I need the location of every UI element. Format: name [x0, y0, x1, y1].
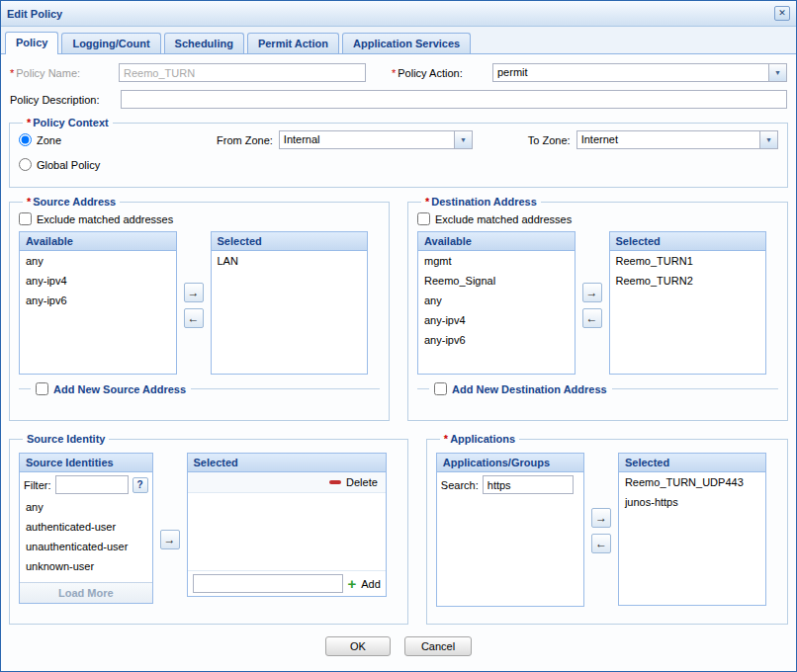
move-right-button[interactable]: → — [582, 283, 602, 302]
destination-address-legend: *Destination Address — [421, 196, 541, 208]
list-item[interactable]: Reemo_TURN2 — [610, 271, 766, 291]
applications-legend: *Applications — [440, 433, 519, 445]
help-icon[interactable]: ? — [133, 477, 148, 493]
from-zone-select[interactable]: Internal ▼ — [279, 130, 473, 149]
ok-button[interactable]: OK — [325, 636, 391, 656]
tab-application-services[interactable]: Application Services — [342, 33, 471, 53]
dialog-titlebar: Edit Policy ✕ — [1, 1, 796, 27]
list-item[interactable]: any — [418, 291, 575, 310]
list-item[interactable]: any — [20, 497, 152, 517]
source-address-fieldset: *Source Address Exclude matched addresse… — [9, 196, 390, 421]
policy-description-label: Policy Description: — [10, 94, 121, 106]
exclude-destination-label: Exclude matched addresses — [435, 213, 572, 225]
policy-name-label: *Policy Name: — [10, 67, 119, 79]
add-icon[interactable]: + — [348, 577, 357, 590]
policy-context-legend: *Policy Context — [23, 117, 113, 128]
policy-action-value: permit — [493, 64, 768, 81]
list-item[interactable]: Reemo_Signal — [418, 271, 575, 291]
divider — [612, 388, 778, 389]
add-new-source-checkbox[interactable] — [36, 382, 48, 395]
exclude-destination-checkbox-input[interactable] — [417, 212, 430, 225]
list-item[interactable]: junos-https — [619, 492, 765, 512]
tab-permit-action[interactable]: Permit Action — [247, 33, 339, 53]
exclude-destination-checkbox[interactable]: Exclude matched addresses — [417, 212, 778, 225]
load-more-button[interactable]: Load More — [20, 582, 152, 603]
list-item[interactable]: unauthenticated-user — [20, 537, 152, 556]
source-available-header: Available — [20, 232, 176, 251]
destination-address-fieldset: *Destination Address Exclude matched add… — [407, 196, 788, 421]
zone-radio-input[interactable] — [19, 133, 32, 146]
exclude-source-checkbox-input[interactable] — [19, 212, 32, 225]
destination-selected-list: Reemo_TURN1Reemo_TURN2 — [610, 251, 766, 374]
global-policy-radio-label: Global Policy — [37, 159, 100, 171]
chevron-down-icon[interactable]: ▼ — [759, 131, 777, 148]
add-new-destination-label: Add New Destination Address — [452, 383, 607, 395]
applications-groups-list — [437, 497, 583, 606]
policy-action-label: *Policy Action: — [392, 67, 492, 79]
search-input[interactable] — [483, 475, 574, 494]
list-item[interactable]: any-ipv4 — [418, 310, 575, 330]
applications-selected-header: Selected — [619, 454, 765, 472]
zone-radio[interactable]: Zone — [19, 133, 217, 146]
add-new-destination-checkbox[interactable] — [434, 382, 447, 395]
applications-selected-panel: Selected Reemo_TURN_UDP443junos-https — [618, 453, 766, 606]
exclude-source-checkbox[interactable]: Exclude matched addresses — [19, 212, 380, 225]
move-left-button[interactable]: ← — [184, 308, 204, 328]
list-item[interactable]: Reemo_TURN_UDP443 — [619, 472, 765, 492]
move-right-button[interactable]: → — [591, 508, 611, 528]
divider — [417, 388, 429, 389]
applications-selected-list: Reemo_TURN_UDP443junos-https — [619, 472, 765, 605]
list-item[interactable]: Reemo_TURN1 — [610, 251, 766, 271]
identity-selected-header: Selected — [188, 454, 386, 472]
source-identities-panel: Source Identities Filter: ? anyauthentic… — [19, 453, 153, 604]
source-selected-panel: Selected LAN — [211, 231, 369, 375]
chevron-down-icon[interactable]: ▼ — [768, 64, 786, 81]
move-left-button[interactable]: ← — [591, 534, 611, 553]
to-zone-select[interactable]: Internet ▼ — [576, 130, 778, 149]
list-item[interactable]: LAN — [212, 251, 368, 271]
list-item[interactable]: any-ipv6 — [20, 291, 176, 310]
policy-description-input[interactable] — [121, 90, 787, 109]
move-right-button[interactable]: → — [160, 530, 180, 549]
tab-logging-count[interactable]: Logging/Count — [61, 33, 160, 53]
dialog-title: Edit Policy — [7, 8, 774, 20]
to-zone-value: Internet — [577, 131, 759, 148]
source-identity-legend: Source Identity — [23, 433, 109, 445]
zone-radio-label: Zone — [37, 134, 61, 146]
global-policy-radio-input[interactable] — [19, 158, 32, 171]
tab-policy[interactable]: Policy — [5, 32, 58, 54]
move-left-button[interactable]: ← — [582, 308, 602, 328]
list-item[interactable]: mgmt — [418, 251, 575, 271]
list-item[interactable]: any-ipv6 — [418, 330, 575, 350]
destination-selected-panel: Selected Reemo_TURN1Reemo_TURN2 — [609, 231, 767, 375]
chevron-down-icon[interactable]: ▼ — [454, 131, 472, 148]
add-label[interactable]: Add — [361, 578, 381, 590]
tab-scheduling[interactable]: Scheduling — [164, 33, 244, 53]
move-right-button[interactable]: → — [184, 283, 204, 302]
applications-groups-header: Applications/Groups — [437, 454, 583, 472]
source-identity-fieldset: Source Identity Source Identities Filter… — [9, 433, 408, 625]
filter-input[interactable] — [55, 475, 129, 494]
destination-available-list: mgmtReemo_Signalanyany-ipv4any-ipv6 — [418, 251, 575, 374]
dialog-footer: OK Cancel — [1, 636, 796, 656]
delete-button[interactable]: Delete — [188, 472, 386, 493]
destination-available-panel: Available mgmtReemo_Signalanyany-ipv4any… — [417, 231, 576, 375]
cancel-button[interactable]: Cancel — [404, 636, 472, 656]
policy-name-input[interactable] — [119, 63, 366, 82]
filter-label: Filter: — [24, 479, 51, 491]
source-selected-header: Selected — [212, 232, 368, 251]
global-policy-radio[interactable]: Global Policy — [19, 158, 100, 171]
edit-policy-dialog: Edit Policy ✕ Policy Logging/Count Sched… — [0, 0, 797, 672]
policy-action-select[interactable]: permit ▼ — [492, 63, 787, 82]
new-identity-input[interactable] — [193, 574, 343, 593]
list-item[interactable]: unknown-user — [20, 556, 152, 576]
list-item[interactable]: any-ipv4 — [20, 271, 176, 291]
source-address-legend: *Source Address — [23, 196, 120, 208]
source-available-panel: Available anyany-ipv4any-ipv6 — [19, 231, 177, 375]
exclude-source-label: Exclude matched addresses — [37, 213, 173, 225]
close-icon[interactable]: ✕ — [774, 6, 790, 21]
list-item[interactable]: any — [20, 251, 176, 271]
policy-context-fieldset: *Policy Context Zone From Zone: Internal… — [9, 117, 788, 188]
search-label: Search: — [441, 479, 479, 491]
list-item[interactable]: authenticated-user — [20, 517, 152, 537]
